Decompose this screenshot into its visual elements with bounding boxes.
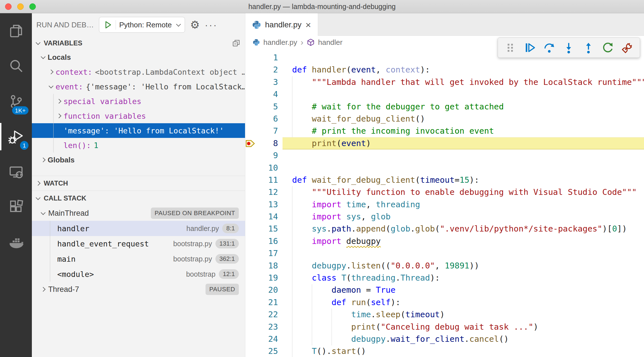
code-line[interactable]: 13 import time, threading: [245, 199, 644, 211]
code-line[interactable]: 10: [245, 162, 644, 174]
variables-group-row[interactable]: Globals: [32, 153, 245, 167]
line-number[interactable]: 24: [258, 333, 278, 345]
code-line[interactable]: 21 def run(self):: [245, 296, 644, 308]
variables-group-row[interactable]: Locals: [32, 50, 245, 65]
breakpoint-gutter[interactable]: [245, 101, 258, 113]
breakpoint-gutter[interactable]: [245, 321, 258, 333]
breadcrumb-file[interactable]: handler.py: [263, 38, 297, 47]
breakpoint-gutter[interactable]: [245, 149, 258, 162]
zoom-window-button[interactable]: [29, 3, 36, 10]
debug-disconnect-button[interactable]: [621, 41, 634, 54]
breakpoint-gutter[interactable]: [245, 113, 258, 125]
debug-step-over-button[interactable]: [542, 41, 556, 54]
line-number[interactable]: 15: [258, 223, 278, 235]
breakpoint-gutter[interactable]: [245, 88, 258, 100]
debug-continue-button[interactable]: [523, 41, 537, 54]
code-line[interactable]: 3 """Lambda handler that will get invoke…: [245, 76, 644, 88]
line-number[interactable]: 3: [258, 76, 278, 88]
code-line[interactable]: 16 import debugpy: [245, 235, 644, 247]
code-line[interactable]: 2def handler(event, context):: [245, 64, 644, 76]
line-number[interactable]: 20: [258, 284, 278, 296]
call-stack-thread-row[interactable]: Thread-7PAUSED: [32, 282, 245, 297]
code-line[interactable]: 23 print("Canceling debug wait task ..."…: [245, 321, 644, 333]
variables-section-header[interactable]: VARIABLES: [32, 36, 245, 50]
line-number[interactable]: 8: [258, 137, 278, 149]
code-line[interactable]: 9: [245, 149, 644, 162]
breakpoint-gutter[interactable]: [245, 199, 258, 211]
sidebar-item-run-and-debug[interactable]: 1: [0, 119, 32, 154]
call-stack-frame-row[interactable]: handlerhandler.py8:1: [32, 221, 245, 236]
sidebar-item-source-control[interactable]: 1K+: [0, 84, 32, 119]
tab-handler-py[interactable]: handler.py ×: [245, 13, 318, 36]
code-line[interactable]: 14 import sys, glob: [245, 211, 644, 223]
code-line[interactable]: 7 # print the incoming invocation event: [245, 125, 644, 137]
line-number[interactable]: 14: [258, 211, 278, 223]
line-number[interactable]: 18: [258, 260, 278, 272]
breakpoint-gutter[interactable]: [245, 260, 258, 272]
line-number[interactable]: 25: [258, 345, 278, 357]
breakpoint-gutter[interactable]: [245, 52, 258, 64]
code-line[interactable]: 11def wait_for_debug_client(timeout=15):: [245, 174, 644, 186]
collapse-all-icon[interactable]: [232, 39, 241, 47]
line-number[interactable]: 4: [258, 88, 278, 100]
line-number[interactable]: 13: [258, 199, 278, 211]
code-line[interactable]: 17: [245, 247, 644, 259]
code-line[interactable]: 5 # wait for the debugger to get attache…: [245, 101, 644, 113]
line-number[interactable]: 22: [258, 308, 278, 321]
line-number[interactable]: 19: [258, 272, 278, 284]
sidebar-item-docker[interactable]: [0, 225, 32, 260]
code-line[interactable]: 25 T().start(): [245, 345, 644, 357]
watch-section-header[interactable]: WATCH: [32, 176, 245, 191]
breakpoint-gutter[interactable]: [245, 223, 258, 235]
code-line[interactable]: 4: [245, 88, 644, 100]
debug-restart-button[interactable]: [601, 41, 615, 54]
code-line[interactable]: 18 debugpy.listen(("0.0.0.0", 19891)): [245, 260, 644, 272]
line-number[interactable]: 10: [258, 162, 278, 174]
breakpoint-gutter[interactable]: [245, 186, 258, 198]
breakpoint-gutter[interactable]: [245, 174, 258, 186]
ellipsis-icon[interactable]: ···: [205, 19, 218, 30]
variable-row[interactable]: function variables: [32, 109, 245, 123]
breakpoint-gutter[interactable]: [245, 162, 258, 174]
minimize-window-button[interactable]: [17, 3, 24, 10]
line-number[interactable]: 12: [258, 186, 278, 198]
code-line[interactable]: 19 class T(threading.Thread):: [245, 272, 644, 284]
breakpoint-gutter[interactable]: [245, 137, 258, 149]
line-number[interactable]: 2: [258, 64, 278, 76]
code-line[interactable]: 22 time.sleep(timeout): [245, 308, 644, 321]
breakpoint-gutter[interactable]: [245, 284, 258, 296]
breakpoint-gutter[interactable]: [245, 76, 258, 88]
call-stack-frame-row[interactable]: handle_event_requestbootstrap.py131:1: [32, 236, 245, 251]
code-editor[interactable]: 12def handler(event, context):3 """Lambd…: [245, 49, 644, 357]
breakpoint-gutter[interactable]: [245, 345, 258, 357]
line-number[interactable]: 23: [258, 321, 278, 333]
line-number[interactable]: 7: [258, 125, 278, 137]
debug-config-dropdown[interactable]: Python: Remote: [99, 17, 185, 33]
breadcrumb-symbol[interactable]: handler: [318, 38, 343, 47]
close-icon[interactable]: ×: [305, 20, 311, 30]
code-line[interactable]: 24 debugpy.wait_for_client.cancel(): [245, 333, 644, 345]
sidebar-item-explorer[interactable]: [0, 13, 32, 49]
debug-step-into-button[interactable]: [562, 41, 575, 54]
code-line[interactable]: 15 sys.path.append(glob.glob(".venv/lib/…: [245, 223, 644, 235]
close-window-button[interactable]: [5, 3, 12, 10]
call-stack-frame-row[interactable]: <module>bootstrap12:1: [32, 266, 245, 282]
toolbar-drag-handle[interactable]: [504, 41, 517, 54]
debug-step-out-button[interactable]: [582, 41, 595, 54]
call-stack-section-header[interactable]: CALL STACK: [32, 191, 245, 206]
line-number[interactable]: 5: [258, 101, 278, 113]
call-stack-frame-row[interactable]: mainbootstrap.py362:1: [32, 251, 245, 266]
line-number[interactable]: 11: [258, 174, 278, 186]
code-line[interactable]: 20 daemon = True: [245, 284, 644, 296]
variable-row[interactable]: special variables: [32, 94, 245, 109]
breakpoint-gutter[interactable]: [245, 211, 258, 223]
sidebar-item-remote-explorer[interactable]: [0, 154, 32, 189]
gear-icon[interactable]: ⚙: [190, 19, 200, 31]
breakpoint-gutter[interactable]: [245, 333, 258, 345]
breakpoint-gutter[interactable]: [245, 125, 258, 137]
variable-row[interactable]: context:<bootstrap.LambdaContext object …: [32, 65, 245, 79]
breakpoint-gutter[interactable]: [245, 64, 258, 76]
breakpoint-gutter[interactable]: [245, 296, 258, 308]
breakpoint-gutter[interactable]: [245, 235, 258, 247]
line-number[interactable]: 21: [258, 296, 278, 308]
